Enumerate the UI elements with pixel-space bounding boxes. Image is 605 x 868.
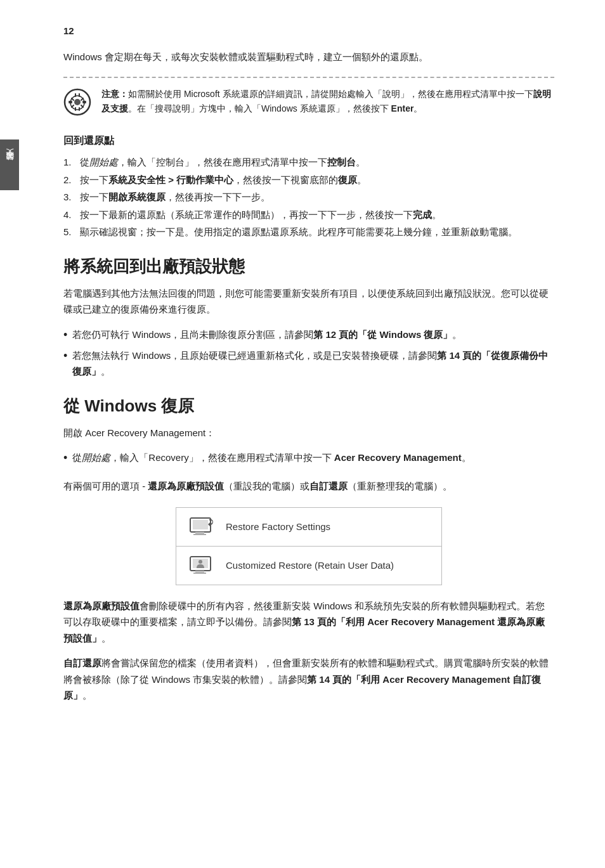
section3-heading: 從 Windows 復原: [63, 395, 554, 417]
section2-intro: 若電腦遇到其他方法無法回復的問題，則您可能需要重新安裝所有項目，以便使系統回到出…: [63, 285, 554, 318]
options-intro-text: 有兩個可用的選項 - 還原為原廠預設值（重設我的電腦）或自訂還原（重新整理我的電…: [63, 478, 554, 495]
svg-rect-4: [195, 532, 204, 534]
customized-restore-label: Customized Restore (Retain User Data): [226, 560, 394, 571]
svg-point-10: [198, 560, 202, 564]
page-container: 繁體中文 12 Windows 會定期在每天，或每次安裝軟體或裝置驅動程式時，建…: [0, 0, 605, 868]
recovery-options-box: Restore Factory Settings Customized Rest…: [176, 507, 442, 585]
section2-bullets: 若您仍可執行 Windows，且尚未刪除復原分割區，請參閱第 12 頁的「從 W…: [63, 327, 554, 380]
intro-text: Windows 會定期在每天，或每次安裝軟體或裝置驅動程式時，建立一個額外的還原…: [63, 49, 554, 65]
svg-rect-9: [193, 573, 206, 574]
section1-heading: 回到還原點: [63, 134, 554, 148]
restore-factory-label: Restore Factory Settings: [226, 521, 330, 532]
note-box: 注意：如需關於使用 Microsoft 系統還原的詳細資訊，請從開始處輸入「說明…: [63, 77, 554, 117]
para1: 還原為原廠預設值會刪除硬碟中的所有內容，然後重新安裝 Windows 和系統預先…: [63, 598, 554, 647]
svg-rect-8: [195, 571, 204, 573]
note-text: 注意：如需關於使用 Microsoft 系統還原的詳細資訊，請從開始處輸入「說明…: [101, 87, 554, 117]
customized-restore-option[interactable]: Customized Restore (Retain User Data): [176, 547, 441, 585]
customized-restore-icon: [189, 555, 216, 576]
section2-heading: 將系統回到出廠預設狀態: [63, 256, 554, 278]
factory-restore-icon: [189, 517, 216, 537]
list-item: 4. 按一下最新的還原點（系統正常運作的時間點），再按一下下一步，然後按一下完成…: [63, 207, 554, 223]
para2: 自訂還原將會嘗試保留您的檔案（使用者資料），但會重新安裝所有的軟體和驅動程式式。…: [63, 655, 554, 704]
page-number: 12: [63, 25, 554, 36]
list-item: 若您仍可執行 Windows，且尚未刪除復原分割區，請參閱第 12 頁的「從 W…: [63, 327, 554, 344]
svg-point-1: [74, 99, 81, 105]
restore-factory-option[interactable]: Restore Factory Settings: [176, 508, 441, 547]
list-item: 從開始處，輸入「Recovery」，然後在應用程式清單中按一下 Acer Rec…: [63, 450, 554, 467]
list-item: 5. 顯示確認視窗；按一下是。使用指定的還原點還原系統。此程序可能需要花上幾分鐘…: [63, 224, 554, 240]
svg-rect-5: [193, 534, 206, 535]
list-item: 3. 按一下開啟系統復原，然後再按一下下一步。: [63, 189, 554, 205]
list-item: 若您無法執行 Windows，且原始硬碟已經過重新格式化，或是已安裝替換硬碟，請…: [63, 347, 554, 380]
numbered-list: 1. 從開始處，輸入「控制台」，然後在應用程式清單中按一下控制台。 2. 按一下…: [63, 154, 554, 240]
svg-rect-3: [193, 520, 208, 529]
list-item: 1. 從開始處，輸入「控制台」，然後在應用程式清單中按一下控制台。: [63, 154, 554, 171]
note-icon: [63, 88, 91, 116]
section3-bullet: 從開始處，輸入「Recovery」，然後在應用程式清單中按一下 Acer Rec…: [63, 450, 554, 467]
list-item: 2. 按一下系統及安全性 > 行動作業中心，然後按一下視窗底部的復原。: [63, 172, 554, 188]
section3-intro: 開啟 Acer Recovery Management：: [63, 425, 554, 441]
sidebar-language-label: 繁體中文: [0, 139, 19, 190]
